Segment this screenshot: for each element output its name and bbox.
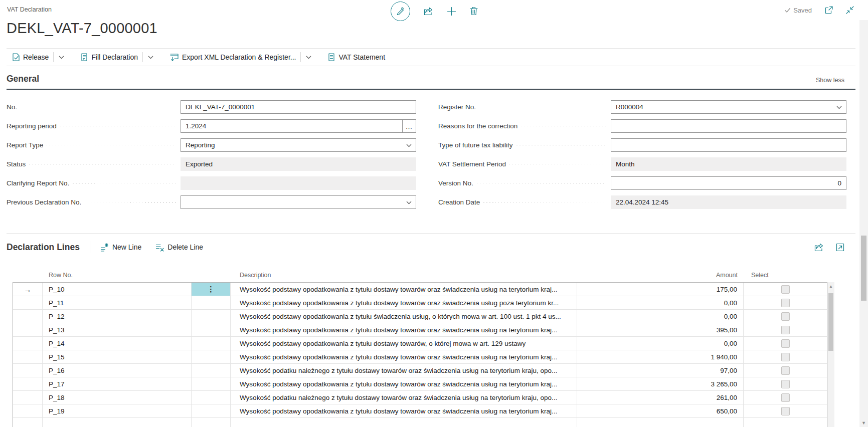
select-checkbox[interactable] [781, 339, 790, 348]
vat-statement-button[interactable]: VAT Statement [323, 53, 390, 61]
page-scroll-down-arrow[interactable]: ▼ [859, 419, 868, 427]
delete-line-button[interactable]: Delete Line [155, 243, 203, 252]
select-checkbox[interactable] [781, 312, 790, 321]
select-checkbox[interactable] [781, 407, 790, 415]
table-row[interactable]: P_11Wysokość podstawy opodatkowania z ty… [13, 296, 827, 310]
cell-amount[interactable]: 650,00 [577, 404, 744, 417]
field-input[interactable] [611, 138, 846, 152]
fill-declaration-dropdown[interactable] [143, 49, 158, 66]
delete-button[interactable] [470, 7, 478, 16]
cell-amount[interactable]: 0,00 [577, 337, 744, 350]
table-scroll-up-arrow[interactable]: ▲ [827, 282, 834, 290]
cell-row-menu[interactable]: ⋮ [192, 283, 231, 296]
table-row[interactable]: P_15Wysokość podstawy opodatkowania z ty… [13, 350, 827, 364]
cell-row-menu[interactable] [192, 350, 231, 363]
open-table-button[interactable] [836, 243, 844, 252]
table-row[interactable]: P_13Wysokość podstawy opodatkowania z ty… [13, 323, 827, 337]
field-input[interactable]: R000004 [611, 100, 846, 114]
cell-row-menu[interactable] [192, 391, 231, 404]
table-row[interactable]: →P_10⋮Wysokość podstawy opodatkowania z … [13, 283, 827, 296]
cell-description[interactable]: Wysokość podstawy opodatkowania z tytułu… [231, 404, 577, 417]
field-input[interactable] [181, 195, 416, 209]
field-input[interactable]: DEKL_VAT-7_0000001 [181, 100, 416, 114]
minimize-button[interactable] [846, 6, 854, 14]
page-scrollbar[interactable]: ▼ [859, 20, 868, 427]
table-scrollbar[interactable]: ▲ [827, 282, 834, 427]
cell-row-no[interactable]: P_14 [43, 337, 192, 350]
table-row[interactable]: P_12Wysokość podstawy opodatkowania z ty… [13, 310, 827, 323]
cell-row-menu[interactable] [192, 377, 231, 390]
cell-row-no[interactable]: P_11 [43, 296, 192, 309]
cell-description[interactable]: Wysokość podatku należnego z tytułu dost… [231, 391, 577, 404]
table-row[interactable]: P_14Wysokość podstawy opodatkowania z ty… [13, 337, 827, 350]
assist-edit-button[interactable]: … [402, 120, 416, 132]
cell-description[interactable]: Wysokość podatku należnego z tytułu dost… [231, 364, 577, 377]
chevron-down-icon[interactable] [406, 144, 412, 147]
cell-row-menu[interactable] [192, 310, 231, 323]
export-xml-button[interactable]: Export XML Declaration & Register... [165, 53, 300, 61]
cell-description[interactable]: Wysokość podstawy opodatkowania z tytułu… [231, 350, 577, 363]
column-header-row-no[interactable]: Row No. [43, 272, 192, 279]
chevron-down-icon[interactable] [836, 106, 842, 109]
new-line-button[interactable]: New Line [100, 243, 141, 252]
page-scrollbar-thumb[interactable] [861, 236, 866, 301]
cell-amount[interactable]: 395,00 [577, 323, 744, 336]
field-input[interactable] [611, 119, 846, 133]
select-checkbox[interactable] [781, 353, 790, 361]
table-row[interactable]: P_17Wysokość podstawy opodatkowania z ty… [13, 377, 827, 391]
select-checkbox[interactable] [781, 326, 790, 334]
select-checkbox[interactable] [781, 380, 790, 388]
column-header-description[interactable]: Description [231, 272, 577, 279]
column-header-amount[interactable]: Amount [577, 272, 744, 279]
cell-row-no[interactable]: P_12 [43, 310, 192, 323]
cell-description[interactable]: Wysokość podstawy opodatkowania z tytułu… [231, 310, 577, 323]
cell-row-no[interactable]: P_15 [43, 350, 192, 363]
cell-amount[interactable]: 175,00 [577, 283, 744, 296]
cell-row-no[interactable]: P_16 [43, 364, 192, 377]
cell-row-no[interactable]: P_18 [43, 391, 192, 404]
field-input[interactable]: Reporting [181, 138, 416, 152]
cell-amount[interactable]: 0,00 [577, 296, 744, 309]
select-checkbox[interactable] [781, 299, 790, 307]
cell-row-menu[interactable] [192, 404, 231, 417]
cell-description[interactable]: Wysokość podstawy opodatkowania z tytułu… [231, 323, 577, 336]
select-checkbox[interactable] [781, 393, 790, 402]
cell-row-no[interactable]: P_19 [43, 404, 192, 417]
cell-description[interactable]: Wysokość podstawy opodatkowania z tytułu… [231, 337, 577, 350]
cell-amount[interactable]: 1 940,00 [577, 350, 744, 363]
cell-amount[interactable]: 0,00 [577, 310, 744, 323]
table-row[interactable]: P_19Wysokość podstawy opodatkowania z ty… [13, 404, 827, 418]
export-xml-dropdown[interactable] [301, 49, 316, 66]
cell-row-no[interactable]: P_10 [43, 283, 192, 296]
chevron-down-icon[interactable] [406, 201, 412, 204]
cell-row-menu[interactable] [192, 296, 231, 309]
edit-button[interactable] [391, 2, 410, 21]
field-input[interactable]: 1.2024… [181, 119, 416, 133]
show-less-link[interactable]: Show less [816, 77, 844, 84]
column-header-select[interactable]: Select [744, 272, 827, 279]
cell-amount[interactable]: 97,00 [577, 364, 744, 377]
table-scrollbar-thumb[interactable] [828, 293, 833, 351]
cell-description[interactable]: Wysokość podstawy opodatkowania z tytułu… [231, 377, 577, 390]
share-lines-button[interactable] [814, 243, 824, 252]
cell-row-menu[interactable] [192, 323, 231, 336]
share-button[interactable] [424, 7, 433, 16]
cell-row-menu[interactable] [192, 337, 231, 350]
cell-description[interactable]: Wysokość podstawy opodatkowania z tytułu… [231, 296, 577, 309]
table-row[interactable]: P_18Wysokość podatku należnego z tytułu … [13, 391, 827, 404]
select-checkbox[interactable] [781, 366, 790, 375]
cell-row-menu[interactable] [192, 364, 231, 377]
release-button[interactable]: Release [8, 53, 53, 61]
table-row[interactable]: P_16Wysokość podatku należnego z tytułu … [13, 364, 827, 377]
new-button[interactable] [447, 7, 456, 16]
cell-row-no[interactable]: P_17 [43, 377, 192, 390]
cell-amount[interactable]: 261,00 [577, 391, 744, 404]
select-checkbox[interactable] [781, 285, 790, 294]
fill-declaration-button[interactable]: Fill Declaration [76, 53, 142, 61]
field-input[interactable]: 0 [611, 176, 846, 190]
cell-amount[interactable]: 3 265,00 [577, 377, 744, 390]
cell-row-no[interactable]: P_13 [43, 323, 192, 336]
release-dropdown[interactable] [54, 49, 69, 66]
open-in-window-button[interactable] [825, 6, 833, 14]
cell-description[interactable]: Wysokość podstawy opodatkowania z tytułu… [231, 283, 577, 296]
